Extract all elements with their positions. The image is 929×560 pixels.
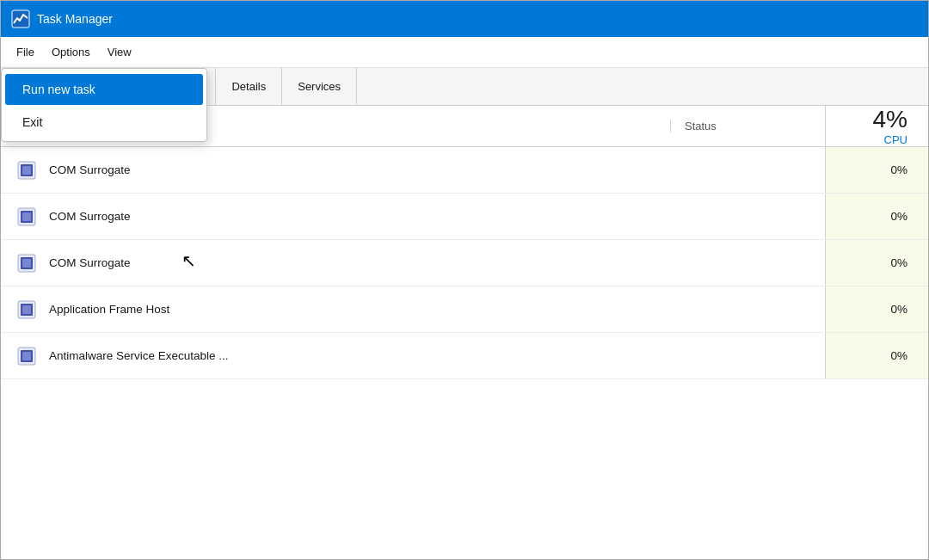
main-content: Name Status 4% CPU CO	[1, 106, 928, 559]
table-row[interactable]: COM Surrogate 0%	[1, 147, 928, 194]
row-cpu: 0%	[825, 194, 928, 239]
menu-view[interactable]: View	[99, 42, 140, 62]
row-cpu: 0%	[825, 240, 928, 286]
title-bar: Task Manager	[1, 1, 928, 37]
svg-rect-3	[22, 166, 31, 175]
svg-rect-9	[22, 259, 31, 268]
col-status-label: Status	[670, 120, 825, 132]
row-cpu: 0%	[825, 333, 928, 378]
svg-rect-15	[22, 352, 31, 360]
process-icon	[15, 158, 39, 182]
svg-rect-6	[22, 212, 31, 221]
row-name: COM Surrogate	[1, 251, 670, 275]
table-row[interactable]: Application Frame Host 0%	[1, 286, 928, 333]
table-row[interactable]: Antimalware Service Executable ... 0%	[1, 333, 928, 379]
row-name: Application Frame Host	[1, 298, 670, 322]
tabs-row: Run new task Exit app history Startup Us…	[1, 68, 928, 106]
menu-options[interactable]: Options	[43, 42, 99, 62]
cpu-label: CPU	[826, 133, 907, 146]
task-manager-window: Task Manager File Options View Run new t…	[0, 0, 929, 560]
process-icon	[15, 344, 39, 368]
file-dropdown-menu: Run new task Exit	[1, 68, 207, 142]
exit-menu-item[interactable]: Exit	[2, 107, 206, 138]
col-cpu-header: 4% CPU	[825, 106, 928, 146]
process-icon	[15, 205, 39, 229]
row-cpu: 0%	[825, 286, 928, 332]
row-name: COM Surrogate	[1, 205, 670, 229]
run-new-task-menu-item[interactable]: Run new task	[5, 74, 203, 105]
table-row[interactable]: COM Surrogate 0%	[1, 194, 928, 240]
process-icon	[15, 251, 39, 275]
cpu-percent-value: 4%	[826, 106, 907, 133]
tab-details[interactable]: Details	[216, 68, 282, 105]
menu-bar: File Options View	[1, 37, 928, 68]
app-icon	[11, 9, 30, 28]
window-title: Task Manager	[37, 12, 113, 26]
tab-services[interactable]: Services	[282, 68, 357, 105]
process-icon	[15, 298, 39, 322]
table-row[interactable]: COM Surrogate 0%	[1, 240, 928, 286]
row-name: Antimalware Service Executable ...	[1, 344, 670, 368]
table-body: COM Surrogate 0% COM Surrogate	[1, 147, 928, 559]
row-cpu: 0%	[825, 147, 928, 193]
row-name: COM Surrogate	[1, 158, 670, 182]
svg-rect-12	[22, 305, 31, 314]
menu-file[interactable]: File	[8, 42, 43, 62]
